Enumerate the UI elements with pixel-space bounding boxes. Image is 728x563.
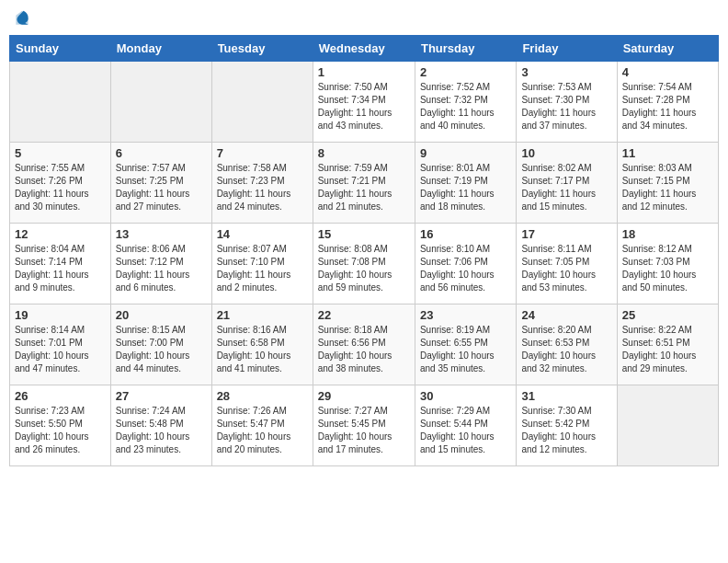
day-cell: 5Sunrise: 7:55 AM Sunset: 7:26 PM Daylig… [10,143,111,224]
day-info: Sunrise: 8:22 AM Sunset: 6:51 PM Dayligh… [622,324,713,375]
day-number: 13 [116,227,207,241]
day-cell: 7Sunrise: 7:58 AM Sunset: 7:23 PM Daylig… [211,143,313,224]
day-number: 5 [15,146,106,160]
day-number: 23 [420,308,511,322]
day-cell: 8Sunrise: 7:59 AM Sunset: 7:21 PM Daylig… [313,143,415,224]
day-cell: 31Sunrise: 7:30 AM Sunset: 5:42 PM Dayli… [517,385,617,466]
day-info: Sunrise: 8:06 AM Sunset: 7:12 PM Dayligh… [116,243,207,294]
day-cell: 12Sunrise: 8:04 AM Sunset: 7:14 PM Dayli… [10,224,111,304]
weekday-header-monday: Monday [110,36,211,62]
day-cell: 11Sunrise: 8:03 AM Sunset: 7:15 PM Dayli… [617,143,718,224]
day-info: Sunrise: 8:20 AM Sunset: 6:53 PM Dayligh… [521,324,611,375]
day-number: 14 [217,227,308,241]
day-cell [110,62,211,143]
day-cell: 21Sunrise: 8:16 AM Sunset: 6:58 PM Dayli… [211,304,313,385]
day-cell: 24Sunrise: 8:20 AM Sunset: 6:53 PM Dayli… [517,304,617,385]
week-row-3: 12Sunrise: 8:04 AM Sunset: 7:14 PM Dayli… [10,224,719,304]
day-cell: 9Sunrise: 8:01 AM Sunset: 7:19 PM Daylig… [415,143,516,224]
day-cell: 1Sunrise: 7:50 AM Sunset: 7:34 PM Daylig… [313,62,415,143]
day-cell [10,62,111,143]
day-cell: 17Sunrise: 8:11 AM Sunset: 7:05 PM Dayli… [517,224,617,304]
day-info: Sunrise: 7:50 AM Sunset: 7:34 PM Dayligh… [318,81,410,132]
day-info: Sunrise: 8:07 AM Sunset: 7:10 PM Dayligh… [217,243,308,294]
day-number: 7 [217,146,308,160]
weekday-header-friday: Friday [517,36,617,62]
day-number: 19 [15,308,106,322]
weekday-header-sunday: Sunday [10,36,111,62]
day-number: 18 [622,227,713,241]
day-info: Sunrise: 8:10 AM Sunset: 7:06 PM Dayligh… [420,243,511,294]
day-cell: 19Sunrise: 8:14 AM Sunset: 7:01 PM Dayli… [10,304,111,385]
calendar: SundayMondayTuesdayWednesdayThursdayFrid… [9,35,719,466]
day-cell: 2Sunrise: 7:52 AM Sunset: 7:32 PM Daylig… [415,62,516,143]
day-number: 2 [420,65,511,79]
day-info: Sunrise: 8:12 AM Sunset: 7:03 PM Dayligh… [622,243,713,294]
day-info: Sunrise: 8:03 AM Sunset: 7:15 PM Dayligh… [622,162,713,213]
day-info: Sunrise: 7:26 AM Sunset: 5:47 PM Dayligh… [217,405,308,456]
week-row-2: 5Sunrise: 7:55 AM Sunset: 7:26 PM Daylig… [10,143,719,224]
day-cell: 20Sunrise: 8:15 AM Sunset: 7:00 PM Dayli… [110,304,211,385]
day-cell: 29Sunrise: 7:27 AM Sunset: 5:45 PM Dayli… [313,385,415,466]
day-number: 26 [15,389,106,403]
day-number: 11 [622,146,713,160]
day-cell: 26Sunrise: 7:23 AM Sunset: 5:50 PM Dayli… [10,385,111,466]
day-info: Sunrise: 8:15 AM Sunset: 7:00 PM Dayligh… [116,324,207,375]
day-number: 4 [622,65,713,79]
weekday-header-wednesday: Wednesday [313,36,415,62]
week-row-5: 26Sunrise: 7:23 AM Sunset: 5:50 PM Dayli… [10,385,719,466]
day-info: Sunrise: 8:08 AM Sunset: 7:08 PM Dayligh… [318,243,410,294]
day-info: Sunrise: 7:24 AM Sunset: 5:48 PM Dayligh… [116,405,207,456]
day-number: 1 [318,65,410,79]
day-number: 6 [116,146,207,160]
day-cell: 16Sunrise: 8:10 AM Sunset: 7:06 PM Dayli… [415,224,516,304]
day-info: Sunrise: 8:18 AM Sunset: 6:56 PM Dayligh… [318,324,410,375]
day-info: Sunrise: 7:23 AM Sunset: 5:50 PM Dayligh… [15,405,106,456]
weekday-header-thursday: Thursday [415,36,516,62]
weekday-header-tuesday: Tuesday [211,36,313,62]
day-cell: 23Sunrise: 8:19 AM Sunset: 6:55 PM Dayli… [415,304,516,385]
day-number: 24 [521,308,611,322]
day-cell [211,62,313,143]
day-number: 10 [521,146,611,160]
week-row-1: 1Sunrise: 7:50 AM Sunset: 7:34 PM Daylig… [10,62,719,143]
day-info: Sunrise: 8:02 AM Sunset: 7:17 PM Dayligh… [521,162,611,213]
day-info: Sunrise: 8:16 AM Sunset: 6:58 PM Dayligh… [217,324,308,375]
day-info: Sunrise: 8:01 AM Sunset: 7:19 PM Dayligh… [420,162,511,213]
day-cell: 10Sunrise: 8:02 AM Sunset: 7:17 PM Dayli… [517,143,617,224]
weekday-header-saturday: Saturday [617,36,718,62]
week-row-4: 19Sunrise: 8:14 AM Sunset: 7:01 PM Dayli… [10,304,719,385]
day-cell: 6Sunrise: 7:57 AM Sunset: 7:25 PM Daylig… [110,143,211,224]
day-cell: 27Sunrise: 7:24 AM Sunset: 5:48 PM Dayli… [110,385,211,466]
day-number: 17 [521,227,611,241]
day-info: Sunrise: 7:57 AM Sunset: 7:25 PM Dayligh… [116,162,207,213]
day-cell: 4Sunrise: 7:54 AM Sunset: 7:28 PM Daylig… [617,62,718,143]
day-info: Sunrise: 7:59 AM Sunset: 7:21 PM Dayligh… [318,162,410,213]
day-info: Sunrise: 7:53 AM Sunset: 7:30 PM Dayligh… [521,81,611,132]
day-number: 9 [420,146,511,160]
day-cell: 25Sunrise: 8:22 AM Sunset: 6:51 PM Dayli… [617,304,718,385]
day-info: Sunrise: 7:58 AM Sunset: 7:23 PM Dayligh… [217,162,308,213]
day-info: Sunrise: 7:52 AM Sunset: 7:32 PM Dayligh… [420,81,511,132]
day-cell: 14Sunrise: 8:07 AM Sunset: 7:10 PM Dayli… [211,224,313,304]
day-cell: 30Sunrise: 7:29 AM Sunset: 5:44 PM Dayli… [415,385,516,466]
day-number: 3 [521,65,611,79]
day-cell [617,385,718,466]
day-number: 16 [420,227,511,241]
day-number: 20 [116,308,207,322]
page-header [9,9,719,28]
day-number: 28 [217,389,308,403]
day-info: Sunrise: 8:11 AM Sunset: 7:05 PM Dayligh… [521,243,611,294]
day-number: 8 [318,146,410,160]
day-cell: 28Sunrise: 7:26 AM Sunset: 5:47 PM Dayli… [211,385,313,466]
day-cell: 13Sunrise: 8:06 AM Sunset: 7:12 PM Dayli… [110,224,211,304]
day-info: Sunrise: 7:54 AM Sunset: 7:28 PM Dayligh… [622,81,713,132]
day-number: 25 [622,308,713,322]
day-number: 22 [318,308,410,322]
day-info: Sunrise: 8:04 AM Sunset: 7:14 PM Dayligh… [15,243,106,294]
day-cell: 18Sunrise: 8:12 AM Sunset: 7:03 PM Dayli… [617,224,718,304]
day-number: 21 [217,308,308,322]
day-info: Sunrise: 7:29 AM Sunset: 5:44 PM Dayligh… [420,405,511,456]
day-number: 27 [116,389,207,403]
logo-icon [13,9,31,28]
day-cell: 22Sunrise: 8:18 AM Sunset: 6:56 PM Dayli… [313,304,415,385]
